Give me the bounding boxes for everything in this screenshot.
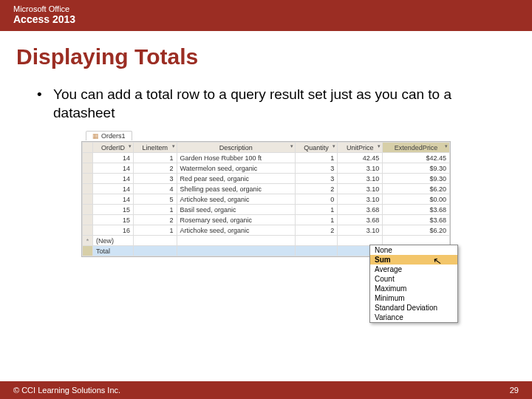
cell[interactable]: Red pear seed, organic <box>177 174 296 184</box>
table-row[interactable]: 142Watermelon seed, organic33.10$9.30 <box>83 163 450 174</box>
cell[interactable]: 3.68 <box>338 205 383 215</box>
total-label: Total <box>93 246 134 256</box>
row-selector[interactable] <box>83 205 93 215</box>
table-row[interactable]: 144Shelling peas seed, organic23.10$6.20 <box>83 184 450 194</box>
cell[interactable]: 1 <box>134 153 177 163</box>
table-row[interactable]: 143Red pear seed, organic33.10$9.30 <box>83 174 450 184</box>
chevron-down-icon[interactable]: ▾ <box>129 143 132 149</box>
row-selector[interactable] <box>83 174 93 184</box>
cell[interactable]: $6.20 <box>383 225 450 236</box>
cell[interactable]: Garden Hose Rubber 100 ft <box>177 153 296 163</box>
cell[interactable]: $9.30 <box>383 174 450 184</box>
cell[interactable]: 3 <box>296 174 338 184</box>
dropdown-option[interactable]: Count <box>370 274 457 284</box>
dropdown-option[interactable]: Variance <box>370 313 457 322</box>
row-selector[interactable] <box>83 163 93 174</box>
dropdown-option[interactable]: None <box>370 245 457 255</box>
table-row[interactable]: 151Basil seed, organic13.68$3.68 <box>83 205 450 215</box>
chevron-down-icon[interactable]: ▾ <box>290 143 293 149</box>
cell[interactable]: 3.68 <box>338 215 383 225</box>
cell[interactable]: 2 <box>134 215 177 225</box>
cell[interactable]: 14 <box>93 194 134 205</box>
row-selector-header <box>83 143 93 153</box>
row-selector[interactable] <box>83 194 93 205</box>
cell[interactable]: $6.20 <box>383 184 450 194</box>
cell[interactable]: 3.10 <box>338 194 383 205</box>
screenshot-frame: Orders1 OrderID▾ LineItem▾ Description▾ … <box>81 128 451 257</box>
col-orderid[interactable]: OrderID▾ <box>93 143 134 153</box>
datasheet-tab[interactable]: Orders1 <box>86 131 132 140</box>
table-row[interactable]: 145Artichoke seed, organic03.10$0.00 <box>83 194 450 205</box>
cell[interactable]: 15 <box>93 205 134 215</box>
col-lineitem[interactable]: LineItem▾ <box>134 143 177 153</box>
col-extendedprice[interactable]: ExtendedPrice▾ <box>383 143 450 153</box>
cell[interactable]: Rosemary seed, organic <box>177 215 296 225</box>
cell[interactable]: 2 <box>134 163 177 174</box>
chevron-down-icon[interactable]: ▾ <box>332 143 335 149</box>
table-row[interactable]: 152Rosemary seed, organic13.68$3.68 <box>83 215 450 225</box>
bullet-item: You can add a total row to a query resul… <box>37 86 495 122</box>
cell[interactable]: 5 <box>134 194 177 205</box>
cell[interactable]: 14 <box>93 184 134 194</box>
row-selector[interactable] <box>83 153 93 163</box>
cell[interactable]: 15 <box>93 215 134 225</box>
row-selector[interactable] <box>83 225 93 236</box>
cell[interactable]: 2 <box>296 184 338 194</box>
cell[interactable]: 1 <box>134 225 177 236</box>
col-quantity[interactable]: Quantity▾ <box>296 143 338 153</box>
cell[interactable]: Artichoke seed, organic <box>177 194 296 205</box>
cell[interactable]: Watermelon seed, organic <box>177 163 296 174</box>
cell[interactable]: $42.45 <box>383 153 450 163</box>
grid-body: 141Garden Hose Rubber 100 ft142.45$42.45… <box>83 153 450 256</box>
row-selector[interactable] <box>83 215 93 225</box>
cell[interactable]: 1 <box>134 205 177 215</box>
row-selector[interactable] <box>83 184 93 194</box>
dropdown-option[interactable]: Sum <box>370 255 457 265</box>
cell[interactable]: Artichoke seed, organic <box>177 225 296 236</box>
page-title: Displaying Totals <box>0 31 532 80</box>
cell[interactable]: 3.10 <box>338 174 383 184</box>
new-row-icon: * <box>83 236 93 246</box>
cell[interactable]: 14 <box>93 153 134 163</box>
chevron-down-icon[interactable]: ▾ <box>378 143 381 149</box>
table-row[interactable]: 141Garden Hose Rubber 100 ft142.45$42.45 <box>83 153 450 163</box>
table-row[interactable]: 161Artichoke seed, organic23.10$6.20 <box>83 225 450 236</box>
dropdown-option[interactable]: Average <box>370 265 457 274</box>
dropdown-option[interactable]: Standard Deviation <box>370 303 457 313</box>
cell[interactable]: $3.68 <box>383 215 450 225</box>
cell[interactable]: Basil seed, organic <box>177 205 296 215</box>
cell[interactable]: 3 <box>134 174 177 184</box>
cursor-icon: ↖ <box>432 254 443 267</box>
col-description[interactable]: Description▾ <box>177 143 296 153</box>
cell[interactable]: 3 <box>296 163 338 174</box>
footer-bar: © CCI Learning Solutions Inc. 29 <box>0 381 532 399</box>
aggregate-dropdown[interactable]: NoneSumAverageCountMaximumMinimumStandar… <box>369 245 458 323</box>
dropdown-option[interactable]: Maximum <box>370 284 457 293</box>
cell[interactable]: 3.10 <box>338 225 383 236</box>
chevron-down-icon[interactable]: ▾ <box>172 143 175 149</box>
total-row-selector[interactable] <box>83 246 93 256</box>
cell[interactable]: 2 <box>296 225 338 236</box>
cell[interactable]: 3.10 <box>338 163 383 174</box>
cell[interactable]: Shelling peas seed, organic <box>177 184 296 194</box>
cell[interactable]: $9.30 <box>383 163 450 174</box>
col-unitprice[interactable]: UnitPrice▾ <box>338 143 383 153</box>
cell[interactable]: 16 <box>93 225 134 236</box>
cell[interactable]: 14 <box>93 163 134 174</box>
chevron-down-icon[interactable]: ▾ <box>445 143 448 149</box>
column-header-row: OrderID▾ LineItem▾ Description▾ Quantity… <box>83 143 450 153</box>
copyright: © CCI Learning Solutions Inc. <box>13 386 120 395</box>
brand-line: Microsoft Office <box>13 4 519 13</box>
cell[interactable]: 1 <box>296 153 338 163</box>
cell[interactable]: 1 <box>296 205 338 215</box>
cell[interactable]: 4 <box>134 184 177 194</box>
cell[interactable]: $3.68 <box>383 205 450 215</box>
dropdown-option[interactable]: Minimum <box>370 293 457 303</box>
cell[interactable]: $0.00 <box>383 194 450 205</box>
cell[interactable]: 42.45 <box>338 153 383 163</box>
cell[interactable]: 14 <box>93 174 134 184</box>
cell[interactable]: 3.10 <box>338 184 383 194</box>
cell[interactable]: 1 <box>296 215 338 225</box>
product-line: Access 2013 <box>13 13 519 25</box>
cell[interactable]: 0 <box>296 194 338 205</box>
